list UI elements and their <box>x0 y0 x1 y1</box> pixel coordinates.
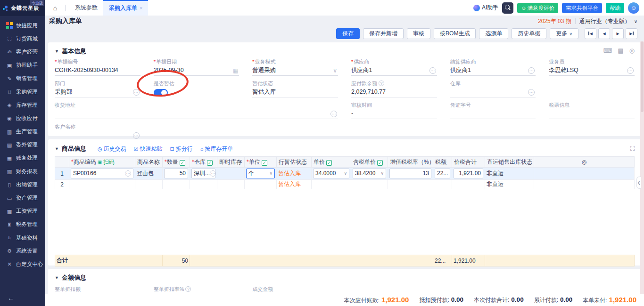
tax-invoice-field[interactable]: 税票信息 <box>549 102 635 119</box>
help-badge[interactable]: 帮助 <box>606 3 624 13</box>
cell-unit[interactable]: 个∨ <box>245 168 277 180</box>
cell-total[interactable]: 1,921.00 <box>452 168 485 180</box>
first-record-button[interactable]: ◀ <box>585 28 596 39</box>
sidebar-item-sales[interactable]: ✎销售管理 <box>0 72 45 85</box>
quick-paste-link[interactable]: ☑快速粘贴 <box>134 145 163 153</box>
chevron-down-icon[interactable]: ∨ <box>380 169 384 178</box>
product-info-header[interactable]: ▼商品信息 <box>55 144 86 154</box>
next-record-button[interactable]: ▶ <box>612 28 624 39</box>
col-product-code[interactable]: 商品编码扫码 <box>69 157 135 168</box>
cell-vat-rate[interactable] <box>388 180 433 189</box>
sidebar-item-production[interactable]: ▥生产管理 <box>0 125 45 138</box>
save-and-new-button[interactable]: 保存并新增 <box>363 28 404 39</box>
prev-record-button[interactable]: ◀ <box>598 28 610 39</box>
chevron-down-icon[interactable]: ∨ <box>333 68 337 73</box>
warehouse-field[interactable]: 仓库 <box>450 80 536 97</box>
col-unit[interactable]: 单位 <box>245 157 277 168</box>
supplier-field[interactable]: 供应商 供应商1 <box>351 58 437 76</box>
cell-tax[interactable] <box>433 180 452 189</box>
close-icon[interactable]: × <box>140 5 142 11</box>
lookup-icon[interactable] <box>627 67 634 74</box>
keyboard-icon[interactable]: ⌨ <box>603 47 612 54</box>
cell-unit[interactable] <box>245 180 277 189</box>
col-tax-price[interactable]: 含税单价 <box>351 157 388 168</box>
cell-vat-rate[interactable]: 13 <box>388 168 433 180</box>
is-estimate-toggle[interactable] <box>154 89 168 97</box>
tab-purchase-inbound[interactable]: 采购入库单× <box>103 0 148 16</box>
cell-product-name[interactable]: 登山包 <box>135 168 163 180</box>
generate-by-bom-button[interactable]: 按BOM生成 <box>434 28 476 39</box>
col-qty[interactable]: 数量 <box>163 157 190 168</box>
sidebar-item-settings[interactable]: ⚙系统设置 <box>0 244 45 258</box>
audit-button[interactable]: 审核 <box>407 28 430 39</box>
basic-info-header[interactable]: ▼基本信息 <box>55 46 635 56</box>
lookup-icon[interactable] <box>429 67 436 74</box>
lookup-icon[interactable] <box>125 170 131 177</box>
user-avatar[interactable]: ☺ <box>628 2 639 14</box>
cell-tax[interactable]: 22... <box>433 168 452 180</box>
sidebar-collapse-button[interactable]: ← <box>0 290 45 306</box>
sidebar-item-quick-apps[interactable]: ■快捷应用 <box>0 19 45 32</box>
cell-total[interactable] <box>452 180 485 189</box>
cell-qty[interactable] <box>163 180 190 189</box>
chevron-down-icon[interactable]: ∨ <box>634 19 637 24</box>
table-row[interactable]: 2 暂估入库 非直运 <box>55 180 635 189</box>
amount-info-header[interactable]: ▼金额信息 <box>55 273 635 283</box>
lookup-icon[interactable] <box>133 89 140 96</box>
batch-fill-icon[interactable] <box>207 160 213 166</box>
sidebar-item-order-mall[interactable]: ⛶订货商城 <box>0 32 45 45</box>
help-icon[interactable] <box>379 81 384 86</box>
cocreate-badge[interactable]: 需求共创平台 <box>562 3 602 13</box>
help-icon[interactable] <box>185 286 191 292</box>
edition-selector[interactable]: 通用行业（专业版） <box>579 17 630 25</box>
discount-amount-field[interactable]: 整单折扣额 <box>55 286 140 293</box>
sidebar-item-cashier[interactable]: ▯出纳管理 <box>0 178 45 191</box>
voucher-no-field[interactable]: 凭证字号 <box>450 102 536 119</box>
cell-price[interactable] <box>312 180 351 189</box>
sidebar-item-payroll[interactable]: ▩工资管理 <box>0 205 45 218</box>
cell-warehouse[interactable] <box>190 180 217 189</box>
col-warehouse[interactable]: 仓库 <box>190 157 217 168</box>
split-row-link[interactable]: ⊟拆分行 <box>170 145 192 153</box>
sidebar-item-ar-ap[interactable]: ◉应收应付 <box>0 112 45 125</box>
cell-qty[interactable]: 50 <box>163 168 190 180</box>
col-tax[interactable]: 税额 <box>433 157 452 168</box>
batch-fill-icon[interactable] <box>180 160 185 166</box>
template-icon[interactable]: ▤ <box>618 47 623 54</box>
col-product-name[interactable]: 商品名称 <box>135 157 163 168</box>
lookup-icon[interactable] <box>133 132 140 139</box>
save-button[interactable]: 保存 <box>336 28 360 39</box>
batch-fill-icon[interactable] <box>326 160 332 166</box>
sidebar-item-assets[interactable]: ▭资产管理 <box>0 191 45 204</box>
fullscreen-icon[interactable]: ⛶ <box>630 145 635 153</box>
target-settings-icon[interactable]: ◎ <box>629 47 635 54</box>
sidebar-item-inventory[interactable]: ◈库存管理 <box>0 98 45 112</box>
sidebar-item-purchase[interactable]: ⌼采购管理 <box>0 85 45 98</box>
sidebar-item-base-data[interactable]: ≋基础资料 <box>0 231 45 244</box>
cell-price[interactable]: 34.0000∨ <box>312 168 351 180</box>
sidebar-item-outsourcing[interactable]: ▤委外管理 <box>0 138 45 152</box>
cell-tax-price[interactable]: 38.4200∨ <box>351 168 388 180</box>
batch-fill-icon[interactable] <box>377 160 383 166</box>
more-button[interactable]: 更多∨ <box>550 28 578 39</box>
scan-icon[interactable]: 扫码 <box>98 159 115 165</box>
satisfaction-badge[interactable]: ☺满意度评价 <box>517 3 558 13</box>
cell-product-code[interactable]: SP00166 <box>69 168 135 180</box>
batch-fill-icon[interactable] <box>262 160 267 166</box>
chevron-down-icon[interactable]: ∨ <box>344 169 347 178</box>
discount-rate-field[interactable]: 整单折扣率% <box>154 286 239 293</box>
department-field[interactable]: 部门 采购部 <box>55 80 140 97</box>
select-source-button[interactable]: 选源单 <box>479 28 508 39</box>
ai-assistant-button[interactable]: AI助手 <box>473 4 498 12</box>
history-trade-link[interactable]: ◷历史交易 <box>98 145 126 153</box>
tab-system-params[interactable]: 系统参数 <box>69 0 103 16</box>
settle-supplier-field[interactable]: 结算供应商 供应商1 <box>450 58 536 76</box>
cell-tax-price[interactable] <box>351 180 388 189</box>
table-row[interactable]: 1 SP00166 登山包 50 深圳... 个∨ 暂估入库 34.0000∨ … <box>55 168 635 180</box>
col-total[interactable]: 价税合计 <box>452 157 485 168</box>
vertical-scrollbar[interactable] <box>640 41 644 294</box>
cell-product-name[interactable] <box>135 180 163 189</box>
home-icon[interactable]: ⌂ <box>49 3 61 13</box>
customer-field[interactable]: 客户名称 <box>55 123 140 141</box>
calendar-icon[interactable]: ▦ <box>233 68 238 73</box>
